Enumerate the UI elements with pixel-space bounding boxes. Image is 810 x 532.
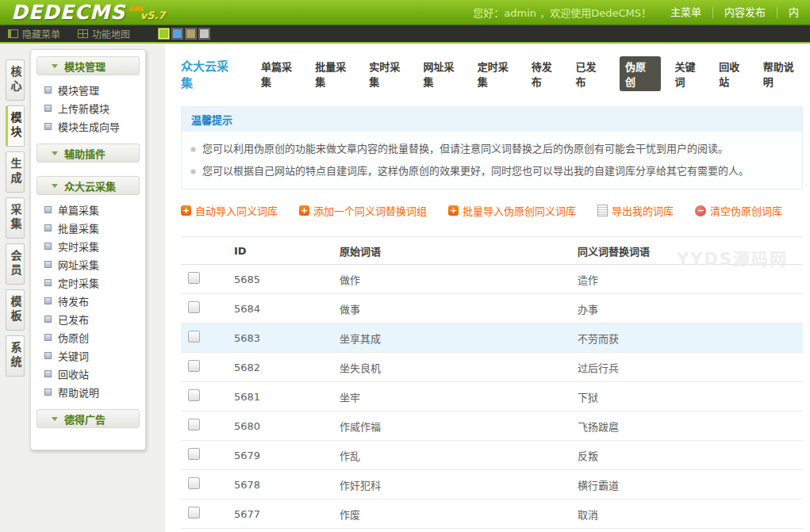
menu-group-header[interactable]: 模块管理 <box>36 56 140 75</box>
sidebar-menu-item[interactable]: 上传新模块 <box>44 99 140 117</box>
content-tab[interactable]: 伪原创 <box>620 56 661 91</box>
sidebar-menu-item-label: 模块生成向导 <box>58 119 120 134</box>
sidebar-menu-item[interactable]: 单篇采集 <box>44 201 140 219</box>
synonym-table: ID 原始词语 同义词替换词语 5685 做作 造作 <box>181 236 803 532</box>
sidebar-menu-item[interactable]: 回收站 <box>44 365 140 383</box>
vtab-module[interactable]: 模块 <box>6 105 25 147</box>
theme-swatch-tan[interactable] <box>186 29 196 39</box>
table-header-row: ID 原始词语 同义词替换词语 <box>181 236 803 265</box>
content-tab[interactable]: 批量采集 <box>315 59 355 89</box>
sidebar-menu-item[interactable]: 网址采集 <box>44 255 140 274</box>
row-checkbox[interactable] <box>188 272 200 284</box>
cell-replacement-word: 飞扬跋扈 <box>578 419 803 434</box>
column-header-id: ID <box>234 245 340 257</box>
chevron-down-icon <box>52 64 58 68</box>
content-tabs-row: 众大云采集 单篇采集批量采集实时采集网址采集定时采集待发布已发布伪原创关键词回收… <box>181 44 803 91</box>
column-header-replacement: 同义词替换词语 <box>578 243 803 258</box>
content-tab[interactable]: 回收站 <box>719 59 749 89</box>
theme-swatch-gray[interactable] <box>199 29 209 39</box>
row-checkbox[interactable] <box>188 448 200 460</box>
cell-replacement-word: 造作 <box>578 272 803 287</box>
menu-group-header[interactable]: 德得广告 <box>36 409 140 428</box>
sidebar-menu-item[interactable]: 定时采集 <box>44 274 140 292</box>
function-map-icon <box>78 29 88 38</box>
vtab-system[interactable]: 系统 <box>6 335 25 377</box>
cell-checkbox <box>181 331 234 345</box>
action-link[interactable]: 自动导入同义词库 <box>181 203 278 218</box>
content-tab[interactable]: 已发布 <box>575 59 605 89</box>
bullet-icon <box>44 334 52 341</box>
cell-checkbox <box>181 301 234 316</box>
row-checkbox[interactable] <box>188 419 200 431</box>
menu-group-header[interactable]: 辅助插件 <box>36 144 140 163</box>
vtab-generate[interactable]: 生成 <box>6 151 25 193</box>
cell-checkbox <box>181 272 234 286</box>
theme-swatch-green[interactable] <box>159 29 169 39</box>
notice-tip-text: 您可以根据自己网站的特点自建词库，这样伪原创的效果更好，同时您也可以导出我的自建… <box>202 160 749 182</box>
vtab-collect[interactable]: 采集 <box>6 197 25 239</box>
sidebar-menu-item-label: 伪原创 <box>58 330 89 345</box>
sidebar-menu-item[interactable]: 模块生成向导 <box>44 117 140 136</box>
row-checkbox[interactable] <box>188 331 200 343</box>
cell-id: 5685 <box>234 274 340 285</box>
notice-list: 您可以利用伪原创的功能来做文章内容的批量替换，但请注意同义词替换之后的伪原创有可… <box>182 132 802 189</box>
main-content: 众大云采集 单篇采集批量采集实时采集网址采集定时采集待发布已发布伪原创关键词回收… <box>165 44 810 532</box>
add-icon <box>299 205 309 216</box>
module-title-link[interactable]: 众大云采集 <box>181 57 239 90</box>
action-link[interactable]: 导出我的词库 <box>597 203 674 218</box>
cell-original-word: 做事 <box>340 301 578 316</box>
action-link-label: 导出我的词库 <box>612 203 674 218</box>
sidebar-menu-item[interactable]: 批量采集 <box>44 219 140 237</box>
sidebar-menu-item[interactable]: 帮助说明 <box>44 383 140 401</box>
sidebar-menu-item[interactable]: 已发布 <box>44 310 140 328</box>
action-link[interactable]: 添加一个同义词替换词组 <box>299 203 427 218</box>
content-tab[interactable]: 待发布 <box>532 59 562 89</box>
row-checkbox[interactable] <box>188 389 200 401</box>
table-row: 5676 作恶 作歹 <box>181 529 803 532</box>
content-tab[interactable]: 关键词 <box>675 59 705 89</box>
table-row: 5682 坐失良机 过后行兵 <box>181 353 803 382</box>
bullet-icon <box>44 370 52 377</box>
left-zone: 核心模块生成采集会员模板系统 模块管理 <box>0 44 165 532</box>
menu-group-title: 众大云采集 <box>64 178 116 193</box>
row-checkbox[interactable] <box>188 507 200 519</box>
content-tab[interactable]: 定时采集 <box>478 59 517 89</box>
row-checkbox[interactable] <box>188 477 200 489</box>
bullet-icon <box>44 261 52 268</box>
hide-menu-label: 隐藏菜单 <box>22 27 60 40</box>
content-tab[interactable]: 网址采集 <box>423 59 463 89</box>
cell-replacement-word: 取消 <box>578 507 803 522</box>
hide-menu-button[interactable]: 隐藏菜单 <box>8 27 60 40</box>
sidebar-menu-item[interactable]: 模块管理 <box>44 81 140 99</box>
sidebar-menu-item[interactable]: 待发布 <box>44 292 140 310</box>
top-menu-link[interactable]: 主菜单 <box>659 7 712 18</box>
content-tab[interactable]: 实时采集 <box>369 59 409 89</box>
theme-swatch-blue[interactable] <box>172 29 182 39</box>
bullet-icon <box>44 352 52 359</box>
sidebar-menu-item[interactable]: 实时采集 <box>44 237 140 255</box>
bullet-icon <box>44 279 52 286</box>
sidebar-menu-item[interactable]: 伪原创 <box>44 328 140 346</box>
menu-group-header[interactable]: 众大云采集 <box>36 176 140 195</box>
cell-id: 5681 <box>234 391 340 403</box>
content-tab[interactable]: 单篇采集 <box>261 59 301 89</box>
bullet-dot-icon <box>191 170 195 174</box>
function-map-button[interactable]: 功能地图 <box>78 27 130 40</box>
sidebar-menu-item[interactable]: 关键词 <box>44 346 140 365</box>
content-tab[interactable]: 帮助说明 <box>763 59 803 89</box>
row-checkbox[interactable] <box>188 360 200 372</box>
action-link-label: 自动导入同义词库 <box>195 203 278 218</box>
vtab-template[interactable]: 模板 <box>6 289 25 331</box>
action-link[interactable]: 批量导入伪原创同义词库 <box>448 203 576 218</box>
bullet-icon <box>44 123 52 130</box>
vtab-core[interactable]: 核心 <box>6 59 25 101</box>
vtab-member[interactable]: 会员 <box>6 243 25 285</box>
top-menu-link[interactable]: 内容发布 <box>712 7 777 18</box>
cell-original-word: 坐享其成 <box>340 331 578 346</box>
row-checkbox[interactable] <box>188 301 200 313</box>
action-link-label: 清空伪原创词库 <box>710 203 782 218</box>
bullet-icon <box>44 297 52 304</box>
export-icon <box>597 205 608 216</box>
top-menu-link[interactable]: 内 <box>777 7 810 18</box>
action-link[interactable]: 清空伪原创词库 <box>695 203 782 218</box>
